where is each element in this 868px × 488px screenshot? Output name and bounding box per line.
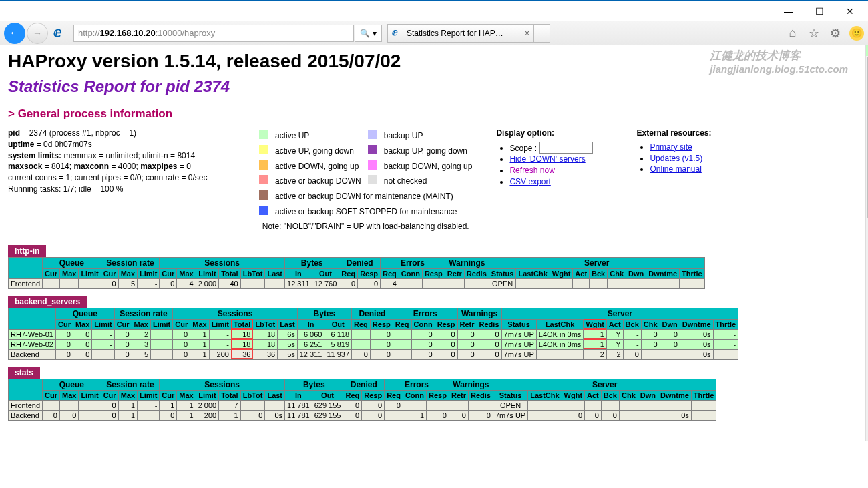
table-row: RH7-Web-01 00- 02 01-18186s 6 0606 118 0… (9, 329, 738, 339)
url-path: /haproxy (182, 28, 215, 38)
primary-site-link[interactable]: Primary site (650, 142, 692, 152)
legend-swatch (259, 175, 268, 184)
page-content: 江健龙的技术博客 jiangjianlong.blog.51cto.com HA… (0, 45, 868, 441)
legend-swatch (259, 206, 268, 215)
external-resources: External resources: Primary site Updates… (636, 128, 711, 234)
legend-swatch (368, 160, 377, 170)
vertical-scrollbar[interactable]: ˄˅ (865, 45, 868, 441)
ie-logo-icon (53, 25, 69, 41)
table-row: RH7-Web-02 00- 03 01-18185s 6 2515 819 0… (9, 339, 738, 349)
table-http-in: Queue Session rate Sessions Bytes Denied… (8, 257, 705, 289)
settings-gear-icon[interactable]: ⚙ (828, 26, 843, 41)
proxy-name-stats: stats (8, 367, 40, 379)
window-close[interactable]: ✕ (835, 1, 865, 21)
tab-close-icon[interactable]: × (525, 29, 529, 38)
legend-swatch (368, 130, 377, 139)
tab-favicon-icon (392, 28, 403, 39)
scope-input[interactable] (539, 142, 593, 154)
section-heading: > General process information (8, 107, 860, 121)
window-maximize[interactable]: ☐ (804, 1, 835, 21)
display-options: Display option: Scope : Hide 'DOWN' serv… (496, 128, 616, 234)
proxy-name-backend-servers: backend_servers (8, 296, 87, 308)
process-info: pid = 2374 (process #1, nbproc = 1) upti… (8, 128, 235, 234)
page-subtitle: Statistics Report for pid 2374 (8, 77, 860, 96)
status-legend: active UPbackup UP active UP, going down… (255, 128, 476, 234)
window-minimize[interactable]: — (773, 1, 804, 21)
tab-strip: Statistics Report for HAP… × (387, 24, 550, 43)
table-row: Frontend 01- 112 0007 11 781629 155 00 0… (9, 400, 716, 410)
address-bar[interactable]: http://192.168.10.20:10000/haproxy (73, 25, 354, 42)
legend-swatch (368, 175, 377, 184)
table-backend-servers: Queue Session rate Sessions Bytes Denied… (8, 308, 738, 360)
url-host: 192.168.10.20 (100, 28, 156, 38)
new-tab-button[interactable] (534, 24, 550, 43)
window-titlebar: — ☐ ✕ (0, 0, 868, 21)
nav-forward-button[interactable]: → (27, 23, 48, 44)
table-row: Frontend 05- 042 00040 12 31112 760 00 4… (9, 278, 705, 288)
legend-swatch (259, 160, 268, 170)
legend-swatch (259, 130, 268, 139)
browser-tab-active[interactable]: Statistics Report for HAP… × (387, 24, 534, 43)
legend-swatch (259, 190, 268, 200)
table-row: Backend 00 01 01200100s 11 781629 155 00… (9, 410, 716, 420)
updates-link[interactable]: Updates (v1.5) (650, 154, 702, 163)
browser-toolbar: ← → http://192.168.10.20:10000/haproxy 🔍… (0, 21, 868, 45)
hide-down-link[interactable]: Hide 'DOWN' servers (509, 154, 585, 164)
tab-title: Statistics Report for HAP… (407, 29, 521, 38)
search-button[interactable]: 🔍 ▾ (355, 25, 382, 42)
home-icon[interactable]: ⌂ (785, 26, 800, 41)
url-scheme: http:// (78, 28, 100, 38)
smiley-feedback-icon[interactable]: 🙂 (849, 26, 864, 41)
legend-swatch (259, 145, 268, 154)
refresh-link[interactable]: Refresh now (509, 166, 554, 175)
favorites-icon[interactable]: ☆ (807, 26, 821, 41)
nav-back-button[interactable]: ← (4, 23, 25, 44)
table-stats: Queue Session rate Sessions Bytes Denied… (8, 379, 716, 421)
legend-swatch (368, 145, 377, 154)
table-row: Backend 00 05 0120036365s 12 31111 937 0… (9, 349, 738, 359)
manual-link[interactable]: Online manual (650, 164, 701, 174)
divider (8, 103, 860, 103)
watermark: 江健龙的技术博客 jiangjianlong.blog.51cto.com (710, 48, 848, 75)
proxy-name-http-in: http-in (8, 245, 46, 257)
url-port: :10000 (156, 28, 182, 38)
csv-export-link[interactable]: CSV export (509, 177, 550, 186)
